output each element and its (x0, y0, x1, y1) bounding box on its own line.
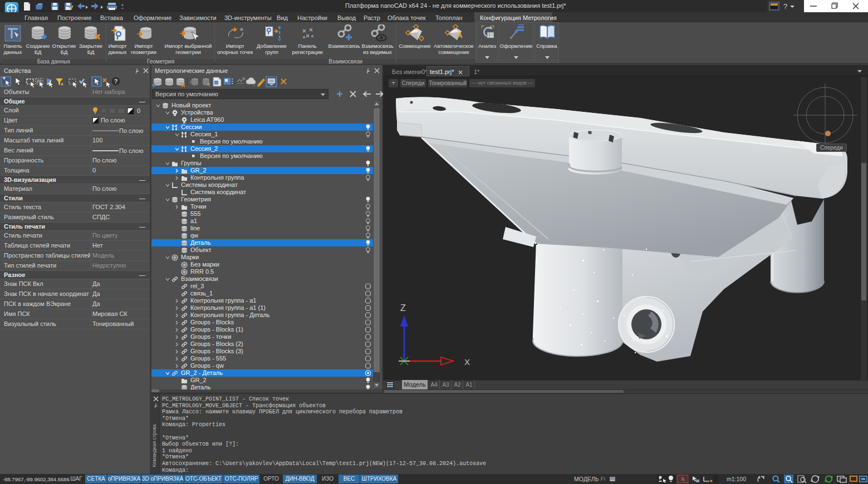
svg-text:A: A (457, 30, 463, 39)
svg-text:?: ? (783, 2, 787, 11)
svg-text:X: X (464, 357, 470, 367)
svg-text:Z: Z (400, 303, 406, 313)
svg-text:По слою: По слою (119, 127, 144, 134)
svg-text:По слою: По слою (119, 147, 144, 154)
svg-text:0: 0 (137, 107, 140, 114)
svg-text:?: ? (114, 78, 118, 85)
